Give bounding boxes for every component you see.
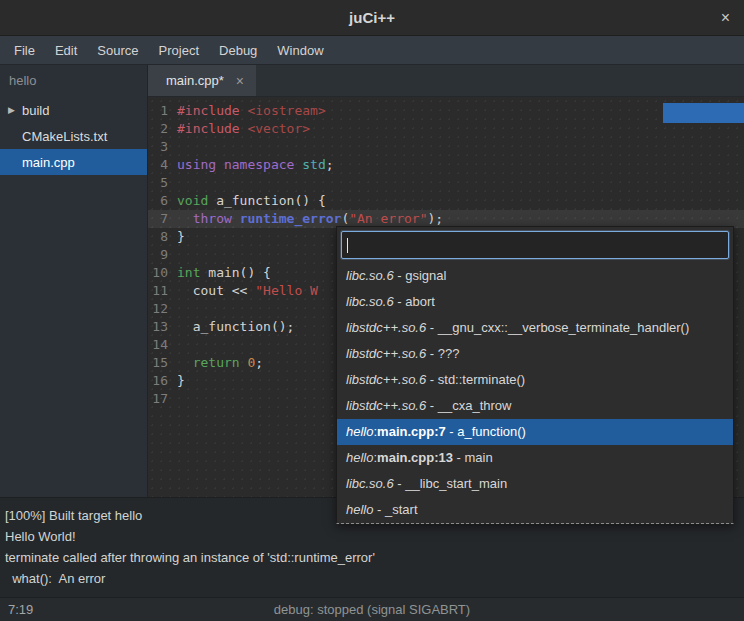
tab-main-cpp[interactable]: main.cpp* × [148, 65, 256, 96]
scrollbar-indicator[interactable] [663, 103, 744, 123]
backtrace-item[interactable]: libstdc++.so.6 - ??? [337, 341, 733, 367]
code-line: 1#include​ <iostream> [148, 102, 744, 120]
cursor-position: 7:19 [8, 602, 33, 617]
text-caret [347, 238, 348, 253]
project-sidebar: hello ▶ build CMakeLists.txt main.cpp [0, 65, 148, 497]
sidebar-item-cmakelists[interactable]: CMakeLists.txt [0, 123, 147, 149]
backtrace-item[interactable]: hello:main.cpp:7 - a_function() [337, 419, 733, 445]
tab-label: main.cpp* [166, 73, 224, 88]
tab-close-icon[interactable]: × [236, 73, 244, 89]
menu-item-project[interactable]: Project [149, 38, 209, 63]
window-title: juCi++ [349, 9, 395, 26]
menu-item-source[interactable]: Source [87, 38, 148, 63]
backtrace-item[interactable]: libc.so.6 - gsignal [337, 263, 733, 289]
menu-item-debug[interactable]: Debug [209, 38, 267, 63]
backtrace-item[interactable]: libstdc++.so.6 - std::terminate() [337, 367, 733, 393]
tree-item-label: build [22, 103, 49, 118]
backtrace-item[interactable]: hello - _start [337, 497, 733, 523]
expand-arrow-icon[interactable]: ▶ [8, 105, 22, 115]
backtrace-filter-input[interactable] [341, 231, 729, 259]
menubar: File Edit Source Project Debug Window [0, 36, 744, 65]
project-name: hello [0, 65, 147, 97]
backtrace-item[interactable]: libstdc++.so.6 - __gnu_cxx::__verbose_te… [337, 315, 733, 341]
tree-item-label: CMakeLists.txt [22, 129, 107, 144]
code-line: 6void a_function() { [148, 192, 744, 210]
backtrace-list: libc.so.6 - gsignallibc.so.6 - abortlibs… [337, 263, 733, 523]
code-line: 5 [148, 174, 744, 192]
code-line: 4using namespace std; [148, 156, 744, 174]
code-line: 3 [148, 138, 744, 156]
app-window: juCi++ × File Edit Source Project Debug … [0, 0, 744, 621]
sidebar-item-main-cpp[interactable]: main.cpp [0, 149, 147, 175]
debug-status: debug: stopped (signal SIGABRT) [0, 602, 744, 617]
backtrace-item[interactable]: libc.so.6 - __libc_start_main [337, 471, 733, 497]
window-close-icon[interactable]: × [721, 10, 730, 26]
statusbar: 7:19 debug: stopped (signal SIGABRT) [0, 597, 744, 621]
code-line: 2#include <vector> [148, 120, 744, 138]
console-line: Hello World! [5, 526, 739, 547]
console-line: what(): An error [5, 568, 739, 589]
tabbar: main.cpp* × [148, 65, 744, 97]
backtrace-popup: libc.so.6 - gsignallibc.so.6 - abortlibs… [336, 226, 734, 524]
menu-item-file[interactable]: File [4, 38, 45, 63]
backtrace-item[interactable]: hello:main.cpp:13 - main [337, 445, 733, 471]
tree-item-label: main.cpp [22, 155, 75, 170]
titlebar[interactable]: juCi++ × [0, 0, 744, 36]
backtrace-item[interactable]: libstdc++.so.6 - __cxa_throw [337, 393, 733, 419]
menu-item-window[interactable]: Window [267, 38, 333, 63]
console-line: terminate called after throwing an insta… [5, 547, 739, 568]
sidebar-item-build[interactable]: ▶ build [0, 97, 147, 123]
menu-item-edit[interactable]: Edit [45, 38, 87, 63]
backtrace-item[interactable]: libc.so.6 - abort [337, 289, 733, 315]
